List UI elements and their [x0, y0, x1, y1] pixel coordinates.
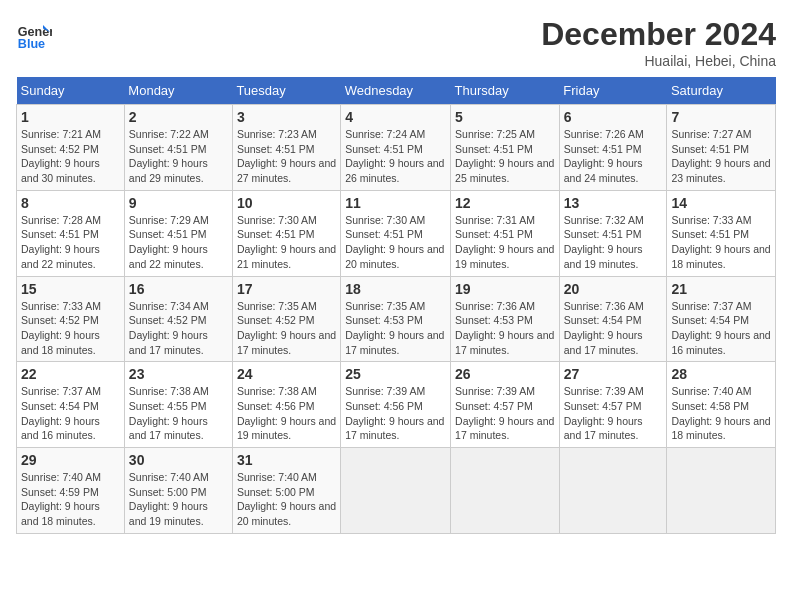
day-info: Sunrise: 7:37 AMSunset: 4:54 PMDaylight:…: [671, 299, 771, 358]
calendar-day-6: 6 Sunrise: 7:26 AMSunset: 4:51 PMDayligh…: [559, 105, 667, 191]
day-info: Sunrise: 7:35 AMSunset: 4:53 PMDaylight:…: [345, 299, 446, 358]
day-info: Sunrise: 7:40 AMSunset: 5:00 PMDaylight:…: [129, 470, 228, 529]
calendar-day-20: 20 Sunrise: 7:36 AMSunset: 4:54 PMDaylig…: [559, 276, 667, 362]
page-header: General Blue December 2024 Huailai, Hebe…: [16, 16, 776, 69]
day-number: 9: [129, 195, 228, 211]
day-number: 28: [671, 366, 771, 382]
calendar-row: 29 Sunrise: 7:40 AMSunset: 4:59 PMDaylig…: [17, 448, 776, 534]
calendar-day-31: 31 Sunrise: 7:40 AMSunset: 5:00 PMDaylig…: [232, 448, 340, 534]
day-number: 10: [237, 195, 336, 211]
calendar-day-7: 7 Sunrise: 7:27 AMSunset: 4:51 PMDayligh…: [667, 105, 776, 191]
day-info: Sunrise: 7:39 AMSunset: 4:57 PMDaylight:…: [564, 384, 663, 443]
day-info: Sunrise: 7:40 AMSunset: 4:58 PMDaylight:…: [671, 384, 771, 443]
logo-icon: General Blue: [16, 16, 52, 52]
calendar-day-18: 18 Sunrise: 7:35 AMSunset: 4:53 PMDaylig…: [341, 276, 451, 362]
day-number: 27: [564, 366, 663, 382]
day-number: 29: [21, 452, 120, 468]
day-number: 4: [345, 109, 446, 125]
month-title: December 2024: [541, 16, 776, 53]
day-number: 13: [564, 195, 663, 211]
day-number: 2: [129, 109, 228, 125]
day-number: 5: [455, 109, 555, 125]
day-info: Sunrise: 7:21 AMSunset: 4:52 PMDaylight:…: [21, 127, 120, 186]
day-number: 17: [237, 281, 336, 297]
day-number: 18: [345, 281, 446, 297]
calendar-day-1: 1 Sunrise: 7:21 AMSunset: 4:52 PMDayligh…: [17, 105, 125, 191]
weekday-header-sunday: Sunday: [17, 77, 125, 105]
day-number: 15: [21, 281, 120, 297]
calendar-day-26: 26 Sunrise: 7:39 AMSunset: 4:57 PMDaylig…: [451, 362, 560, 448]
weekday-header-tuesday: Tuesday: [232, 77, 340, 105]
calendar-day-10: 10 Sunrise: 7:30 AMSunset: 4:51 PMDaylig…: [232, 190, 340, 276]
calendar-day-empty: [451, 448, 560, 534]
day-number: 7: [671, 109, 771, 125]
day-number: 11: [345, 195, 446, 211]
calendar-day-empty: [667, 448, 776, 534]
calendar-day-25: 25 Sunrise: 7:39 AMSunset: 4:56 PMDaylig…: [341, 362, 451, 448]
calendar-day-2: 2 Sunrise: 7:22 AMSunset: 4:51 PMDayligh…: [124, 105, 232, 191]
day-number: 30: [129, 452, 228, 468]
calendar-day-16: 16 Sunrise: 7:34 AMSunset: 4:52 PMDaylig…: [124, 276, 232, 362]
title-block: December 2024 Huailai, Hebei, China: [541, 16, 776, 69]
calendar-day-empty: [341, 448, 451, 534]
calendar-row: 22 Sunrise: 7:37 AMSunset: 4:54 PMDaylig…: [17, 362, 776, 448]
day-number: 25: [345, 366, 446, 382]
calendar-day-5: 5 Sunrise: 7:25 AMSunset: 4:51 PMDayligh…: [451, 105, 560, 191]
day-info: Sunrise: 7:35 AMSunset: 4:52 PMDaylight:…: [237, 299, 336, 358]
day-number: 21: [671, 281, 771, 297]
calendar-day-23: 23 Sunrise: 7:38 AMSunset: 4:55 PMDaylig…: [124, 362, 232, 448]
day-number: 31: [237, 452, 336, 468]
svg-text:Blue: Blue: [18, 37, 45, 51]
logo: General Blue: [16, 16, 52, 52]
calendar-row: 8 Sunrise: 7:28 AMSunset: 4:51 PMDayligh…: [17, 190, 776, 276]
day-info: Sunrise: 7:30 AMSunset: 4:51 PMDaylight:…: [345, 213, 446, 272]
calendar-day-9: 9 Sunrise: 7:29 AMSunset: 4:51 PMDayligh…: [124, 190, 232, 276]
calendar-table: SundayMondayTuesdayWednesdayThursdayFrid…: [16, 77, 776, 534]
day-info: Sunrise: 7:30 AMSunset: 4:51 PMDaylight:…: [237, 213, 336, 272]
day-info: Sunrise: 7:26 AMSunset: 4:51 PMDaylight:…: [564, 127, 663, 186]
day-info: Sunrise: 7:27 AMSunset: 4:51 PMDaylight:…: [671, 127, 771, 186]
calendar-day-19: 19 Sunrise: 7:36 AMSunset: 4:53 PMDaylig…: [451, 276, 560, 362]
day-info: Sunrise: 7:39 AMSunset: 4:57 PMDaylight:…: [455, 384, 555, 443]
day-info: Sunrise: 7:36 AMSunset: 4:53 PMDaylight:…: [455, 299, 555, 358]
day-info: Sunrise: 7:33 AMSunset: 4:52 PMDaylight:…: [21, 299, 120, 358]
weekday-header-wednesday: Wednesday: [341, 77, 451, 105]
day-info: Sunrise: 7:37 AMSunset: 4:54 PMDaylight:…: [21, 384, 120, 443]
weekday-header-thursday: Thursday: [451, 77, 560, 105]
day-number: 12: [455, 195, 555, 211]
day-number: 3: [237, 109, 336, 125]
day-info: Sunrise: 7:34 AMSunset: 4:52 PMDaylight:…: [129, 299, 228, 358]
calendar-day-11: 11 Sunrise: 7:30 AMSunset: 4:51 PMDaylig…: [341, 190, 451, 276]
calendar-day-29: 29 Sunrise: 7:40 AMSunset: 4:59 PMDaylig…: [17, 448, 125, 534]
day-info: Sunrise: 7:38 AMSunset: 4:56 PMDaylight:…: [237, 384, 336, 443]
calendar-day-22: 22 Sunrise: 7:37 AMSunset: 4:54 PMDaylig…: [17, 362, 125, 448]
day-info: Sunrise: 7:38 AMSunset: 4:55 PMDaylight:…: [129, 384, 228, 443]
day-info: Sunrise: 7:28 AMSunset: 4:51 PMDaylight:…: [21, 213, 120, 272]
day-number: 22: [21, 366, 120, 382]
calendar-day-17: 17 Sunrise: 7:35 AMSunset: 4:52 PMDaylig…: [232, 276, 340, 362]
weekday-header-friday: Friday: [559, 77, 667, 105]
calendar-day-28: 28 Sunrise: 7:40 AMSunset: 4:58 PMDaylig…: [667, 362, 776, 448]
day-number: 1: [21, 109, 120, 125]
day-info: Sunrise: 7:32 AMSunset: 4:51 PMDaylight:…: [564, 213, 663, 272]
calendar-row: 15 Sunrise: 7:33 AMSunset: 4:52 PMDaylig…: [17, 276, 776, 362]
calendar-row: 1 Sunrise: 7:21 AMSunset: 4:52 PMDayligh…: [17, 105, 776, 191]
weekday-header-monday: Monday: [124, 77, 232, 105]
weekday-header-row: SundayMondayTuesdayWednesdayThursdayFrid…: [17, 77, 776, 105]
day-info: Sunrise: 7:24 AMSunset: 4:51 PMDaylight:…: [345, 127, 446, 186]
calendar-day-4: 4 Sunrise: 7:24 AMSunset: 4:51 PMDayligh…: [341, 105, 451, 191]
calendar-day-12: 12 Sunrise: 7:31 AMSunset: 4:51 PMDaylig…: [451, 190, 560, 276]
day-number: 20: [564, 281, 663, 297]
day-number: 14: [671, 195, 771, 211]
day-info: Sunrise: 7:36 AMSunset: 4:54 PMDaylight:…: [564, 299, 663, 358]
day-info: Sunrise: 7:39 AMSunset: 4:56 PMDaylight:…: [345, 384, 446, 443]
location: Huailai, Hebei, China: [541, 53, 776, 69]
day-number: 26: [455, 366, 555, 382]
day-info: Sunrise: 7:33 AMSunset: 4:51 PMDaylight:…: [671, 213, 771, 272]
day-number: 8: [21, 195, 120, 211]
calendar-day-14: 14 Sunrise: 7:33 AMSunset: 4:51 PMDaylig…: [667, 190, 776, 276]
day-info: Sunrise: 7:23 AMSunset: 4:51 PMDaylight:…: [237, 127, 336, 186]
calendar-day-empty: [559, 448, 667, 534]
calendar-day-30: 30 Sunrise: 7:40 AMSunset: 5:00 PMDaylig…: [124, 448, 232, 534]
calendar-day-8: 8 Sunrise: 7:28 AMSunset: 4:51 PMDayligh…: [17, 190, 125, 276]
